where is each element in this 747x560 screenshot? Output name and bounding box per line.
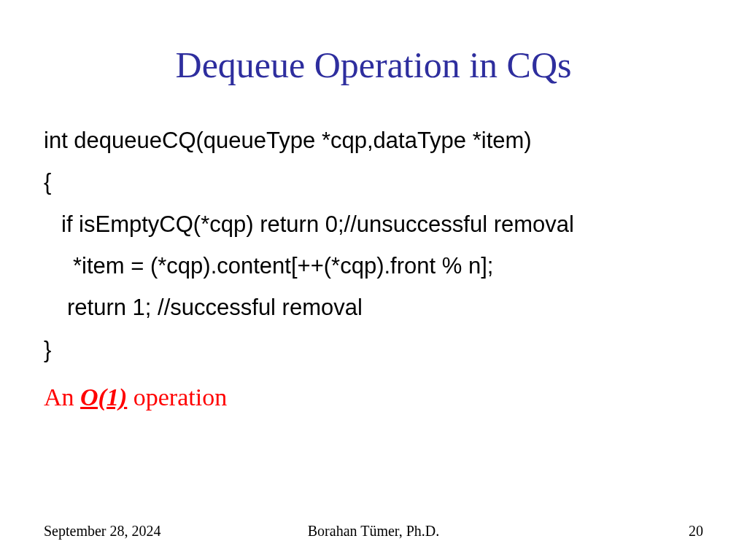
slide-footer: September 28, 2024 Borahan Tümer, Ph.D. … [44, 523, 703, 540]
code-line-4: *item = (*cqp).content[++(*cqp).front % … [44, 245, 703, 287]
complexity-note: An O(1) operation [44, 375, 703, 421]
footer-date: September 28, 2024 [44, 523, 161, 540]
slide-body: int dequeueCQ(queueType *cqp,dataType *i… [44, 120, 703, 421]
slide: Dequeue Operation in CQs int dequeueCQ(q… [0, 0, 747, 560]
slide-title: Dequeue Operation in CQs [44, 44, 703, 86]
complexity-prefix: An [44, 384, 80, 411]
code-line-1: int dequeueCQ(queueType *cqp,dataType *i… [44, 120, 703, 161]
code-line-6: } [44, 329, 703, 370]
complexity-suffix: operation [127, 384, 227, 411]
footer-page: 20 [689, 523, 703, 540]
code-line-3: if isEmptyCQ(*cqp) return 0;//unsuccessf… [44, 203, 703, 245]
code-line-2: { [44, 161, 703, 203]
complexity-bigo: O(1) [80, 384, 127, 411]
code-line-5: return 1; //successful removal [44, 287, 703, 328]
